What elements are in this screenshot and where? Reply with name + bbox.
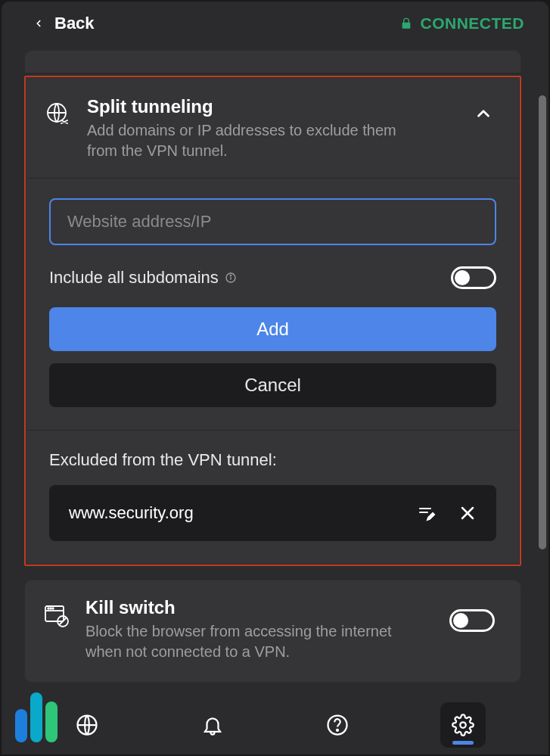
collapse-toggle[interactable] xyxy=(474,104,493,126)
excluded-block: Excluded from the VPN tunnel: www.securi… xyxy=(26,431,519,564)
lock-icon xyxy=(400,17,412,30)
svg-point-17 xyxy=(337,730,338,731)
chevron-left-icon xyxy=(33,18,44,29)
close-icon[interactable] xyxy=(458,504,477,522)
nav-active-indicator xyxy=(452,741,474,745)
excluded-domain: www.security.org xyxy=(69,503,194,523)
connection-status-text: CONNECTED xyxy=(420,14,524,33)
help-icon xyxy=(326,714,349,736)
split-tunneling-panel-highlight: Split tunneling Add domains or IP addres… xyxy=(24,76,521,566)
split-tunneling-panel: Split tunneling Add domains or IP addres… xyxy=(26,77,520,565)
nav-notifications[interactable] xyxy=(190,702,235,748)
svg-point-3 xyxy=(230,275,231,275)
excluded-actions xyxy=(418,504,477,522)
settings-scroll-area: Split tunneling Add domains or IP addres… xyxy=(2,42,548,695)
kill-switch-description: Block the browser from accessing the int… xyxy=(85,621,403,662)
brand-bars-overlay xyxy=(15,692,57,742)
info-icon[interactable] xyxy=(225,272,237,284)
svg-point-10 xyxy=(48,608,49,609)
back-label: Back xyxy=(54,14,95,33)
split-tunneling-body: Include all subdomains Add Cancel xyxy=(26,179,519,431)
globe-tunnel-icon xyxy=(45,101,72,128)
bar-green xyxy=(45,702,57,742)
kill-switch-text: Kill switch Block the browser from acces… xyxy=(85,597,403,662)
chevron-up-icon xyxy=(474,104,493,123)
edit-icon[interactable] xyxy=(418,504,436,522)
subdomains-label-wrap: Include all subdomains xyxy=(49,268,237,288)
bell-icon xyxy=(201,714,224,736)
back-button[interactable]: Back xyxy=(33,14,95,33)
subdomains-label: Include all subdomains xyxy=(49,268,219,288)
nav-help[interactable] xyxy=(315,702,360,748)
kill-switch-title: Kill switch xyxy=(85,597,403,618)
globe-icon xyxy=(76,714,98,736)
cancel-button[interactable]: Cancel xyxy=(49,363,496,407)
gear-icon xyxy=(452,714,474,736)
nav-settings[interactable] xyxy=(440,702,486,748)
browser-block-icon xyxy=(43,602,70,629)
bottom-nav xyxy=(2,695,548,754)
svg-point-11 xyxy=(50,608,51,609)
split-tunneling-description: Add domains or IP addresses to exclude t… xyxy=(87,120,405,161)
scrollbar-thumb[interactable] xyxy=(539,95,546,549)
app-window: Back CONNECTED xyxy=(0,0,550,756)
excluded-title: Excluded from the VPN tunnel: xyxy=(49,450,496,470)
split-tunneling-header[interactable]: Split tunneling Add domains or IP addres… xyxy=(26,78,519,179)
connection-status: CONNECTED xyxy=(400,14,524,33)
add-button[interactable]: Add xyxy=(49,307,496,351)
toggle-knob xyxy=(453,613,468,628)
bar-teal xyxy=(30,692,42,742)
svg-point-12 xyxy=(52,608,54,609)
kill-switch-toggle[interactable] xyxy=(449,609,495,632)
nav-globe[interactable] xyxy=(64,702,110,748)
split-tunneling-title: Split tunneling xyxy=(87,96,405,117)
subdomains-toggle[interactable] xyxy=(451,266,496,289)
header-bar: Back CONNECTED xyxy=(2,2,548,42)
svg-point-18 xyxy=(460,722,466,728)
subdomains-row: Include all subdomains xyxy=(49,266,496,289)
toggle-knob xyxy=(455,270,470,285)
address-input[interactable] xyxy=(49,198,496,245)
kill-switch-toggle-wrap xyxy=(449,609,495,632)
kill-switch-panel[interactable]: Kill switch Block the browser from acces… xyxy=(24,580,521,683)
excluded-item: www.security.org xyxy=(49,485,496,541)
split-tunneling-text: Split tunneling Add domains or IP addres… xyxy=(87,96,405,161)
previous-panel-fragment xyxy=(24,50,521,73)
bar-blue xyxy=(15,709,27,742)
